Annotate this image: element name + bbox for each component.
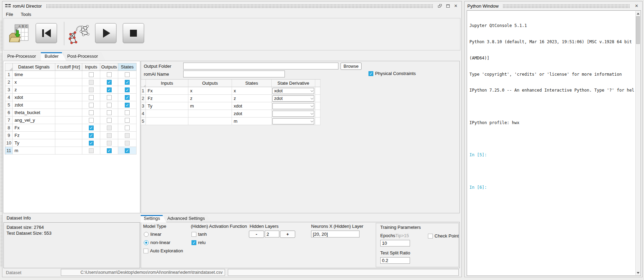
row-number[interactable]: 9 [5, 132, 13, 139]
inputs-checkbox[interactable] [89, 80, 94, 85]
fcutoff-cell[interactable] [55, 132, 82, 139]
row-number[interactable]: 2 [5, 78, 13, 86]
tab-advanced-settings[interactable]: Advanced Settings [164, 215, 211, 222]
hidden-layers-increment-button[interactable]: + [280, 231, 295, 238]
test-split-ratio-input[interactable] [380, 257, 410, 264]
outputs-checkbox[interactable] [107, 148, 112, 153]
linear-radio[interactable] [144, 232, 149, 237]
row-number[interactable]: 4 [141, 110, 146, 118]
col-header-inputs[interactable]: Inputs [82, 63, 100, 71]
dataset-path-field[interactable]: C:\Users\sonuman\Desktop\demos\romAI\non… [61, 269, 225, 276]
mapping-output-cell[interactable]: x [188, 87, 232, 95]
col-header-outputs[interactable]: Outputs [100, 63, 118, 71]
fcutoff-cell[interactable] [55, 109, 82, 116]
tanh-checkbox[interactable] [192, 232, 196, 237]
mapping-input-cell[interactable]: Fz [146, 95, 188, 102]
signal-name-cell[interactable]: m [13, 147, 55, 155]
mapping-output-cell[interactable] [188, 110, 232, 118]
float-window-button[interactable] [437, 3, 443, 9]
mapping-input-cell[interactable] [146, 118, 188, 125]
mapping-output-cell[interactable] [188, 118, 232, 125]
toolbar-drag-handle[interactable] [0, 20, 2, 51]
col-header-inputs[interactable]: Inputs [146, 80, 188, 87]
row-number[interactable]: 5 [5, 101, 13, 109]
romai-titlebar[interactable]: romAI Director ✕ [2, 1, 461, 10]
auto-exploration-checkbox[interactable] [143, 249, 148, 253]
outputs-checkbox[interactable] [107, 133, 112, 138]
signal-name-cell[interactable]: Fx [13, 124, 55, 132]
state-derivative-dropdown[interactable] [272, 103, 314, 109]
outputs-checkbox[interactable] [107, 87, 112, 92]
epochs-input[interactable] [380, 240, 410, 246]
neurons-input[interactable] [311, 231, 360, 237]
row-number[interactable]: 6 [5, 109, 13, 116]
mapping-state-cell[interactable]: zdot [232, 110, 272, 118]
stop-button[interactable] [123, 23, 144, 43]
hidden-layers-decrement-button[interactable]: - [249, 231, 264, 238]
col-header-states[interactable]: States [232, 80, 272, 87]
states-checkbox[interactable] [125, 72, 130, 77]
inputs-checkbox[interactable] [89, 141, 94, 146]
states-checkbox[interactable] [125, 141, 130, 146]
scroll-up-button[interactable] [636, 11, 640, 16]
states-checkbox[interactable] [125, 125, 130, 130]
col-header-dataset-signals[interactable]: Dataset Signals [13, 63, 55, 71]
signal-name-cell[interactable]: Fz [13, 132, 55, 139]
state-derivative-dropdown[interactable] [272, 118, 314, 124]
signal-name-cell[interactable]: time [13, 71, 55, 78]
fcutoff-cell[interactable] [55, 101, 82, 109]
signal-name-cell[interactable]: ang_vel_y [13, 116, 55, 124]
mapping-state-cell[interactable]: m [232, 118, 272, 125]
row-number[interactable]: 2 [141, 95, 146, 102]
inputs-checkbox[interactable] [89, 110, 94, 115]
outputs-checkbox[interactable] [107, 118, 112, 123]
signal-name-cell[interactable]: x [13, 78, 55, 86]
outputs-checkbox[interactable] [107, 141, 112, 146]
fcutoff-cell[interactable] [55, 124, 82, 132]
fcutoff-cell[interactable] [55, 71, 82, 78]
state-derivative-dropdown[interactable]: zdot [272, 95, 314, 102]
maximize-button[interactable] [445, 3, 451, 9]
inputs-checkbox[interactable] [89, 87, 94, 92]
outputs-checkbox[interactable] [107, 95, 112, 100]
row-number[interactable]: 7 [5, 116, 13, 124]
row-number[interactable]: 11 [5, 147, 13, 155]
state-derivative-dropdown[interactable] [272, 111, 314, 117]
hidden-layers-input[interactable] [265, 231, 279, 237]
signal-name-cell[interactable]: z [13, 86, 55, 94]
row-number[interactable]: 3 [141, 102, 146, 110]
nonlinear-radio[interactable] [144, 240, 149, 245]
tab-settings[interactable]: Settings [141, 215, 166, 222]
menu-file[interactable]: File [6, 12, 13, 17]
python-console[interactable]: Jupyter QtConsole 5.1.1 Python 3.8.10 (d… [467, 10, 641, 276]
run-button[interactable] [95, 23, 116, 43]
col-header-outputs[interactable]: Outputs [188, 80, 232, 87]
physical-constraints-checkbox[interactable] [368, 71, 373, 76]
fcutoff-cell[interactable] [55, 78, 82, 86]
col-header-fcutoff[interactable]: f cutoff [Hz] [55, 63, 82, 71]
select-all-corner[interactable] [5, 63, 13, 71]
titlebar-drag-handle[interactable] [46, 4, 433, 8]
outputs-checkbox[interactable] [107, 103, 112, 108]
states-checkbox[interactable] [125, 103, 130, 108]
inputs-checkbox[interactable] [89, 72, 94, 77]
python-titlebar[interactable]: Python Window ✕ [465, 1, 642, 10]
signal-name-cell[interactable]: theta_bucket [13, 109, 55, 116]
states-checkbox[interactable] [125, 133, 130, 138]
fcutoff-cell[interactable] [55, 116, 82, 124]
col-header-state-derivative[interactable]: State Derivative [272, 80, 315, 87]
python-drag-handle[interactable] [503, 4, 629, 8]
states-checkbox[interactable] [125, 148, 130, 153]
states-checkbox[interactable] [125, 95, 130, 100]
tab-pre-processor[interactable]: Pre-Processor [3, 52, 44, 61]
outputs-checkbox[interactable] [107, 80, 112, 85]
row-number[interactable]: 10 [5, 139, 13, 147]
row-number[interactable]: 4 [5, 94, 13, 101]
mapping-state-cell[interactable]: x [232, 87, 272, 95]
signal-name-cell[interactable]: Ty [13, 139, 55, 147]
inputs-checkbox[interactable] [89, 133, 94, 138]
inputs-checkbox[interactable] [89, 95, 94, 100]
check-point-checkbox[interactable] [428, 234, 433, 239]
states-checkbox[interactable] [125, 80, 130, 85]
fcutoff-cell[interactable] [55, 139, 82, 147]
